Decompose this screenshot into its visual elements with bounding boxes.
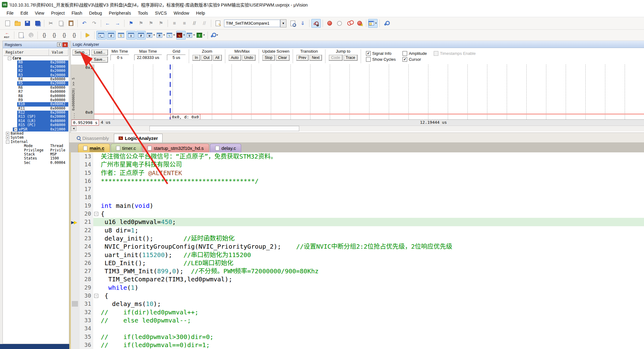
breakpoint-margin[interactable]: [71, 152, 80, 160]
menu-project[interactable]: Project: [48, 10, 68, 17]
function-search-value[interactable]: TIM_SetTIM3Compare1: [224, 20, 280, 27]
breakpoint-margin[interactable]: [71, 177, 80, 185]
unindent-icon[interactable]: ≡: [170, 19, 179, 28]
menu-flash[interactable]: Flash: [68, 10, 85, 17]
breakpoint-margin[interactable]: [71, 300, 80, 308]
breakpoint-margin[interactable]: [71, 242, 80, 251]
navigate-forward-icon[interactable]: →: [113, 19, 122, 28]
register-row[interactable]: -Internal: [3, 140, 68, 144]
find-in-files-icon[interactable]: [288, 19, 297, 28]
system-viewer-icon[interactable]: ▼: [186, 31, 196, 40]
clear-bookmarks-icon[interactable]: ⚑: [156, 19, 166, 28]
transition-next-button[interactable]: Next: [309, 55, 322, 61]
checkbox-icon[interactable]: [366, 57, 371, 62]
breakpoint-margin[interactable]: [71, 284, 80, 292]
breakpoint-margin[interactable]: [71, 324, 80, 332]
code-editor[interactable]: 13关注微信公众平台微信号：“正点原子”，免费获取STM32资料。14广州市星翼…: [69, 152, 644, 349]
analysis-windows-icon[interactable]: ▼: [176, 31, 186, 40]
breakpoint-margin[interactable]: [71, 234, 80, 242]
cut-icon[interactable]: ✂: [46, 19, 56, 28]
chevron-down-icon[interactable]: ▼: [173, 34, 175, 36]
open-file-icon[interactable]: [13, 19, 22, 28]
checkbox-icon[interactable]: ✓: [366, 51, 371, 56]
reset-cpu-icon[interactable]: [3, 31, 12, 40]
register-row[interactable]: R20x20000: [3, 69, 68, 73]
disable-all-breakpoints-icon[interactable]: [345, 19, 354, 28]
horizontal-scrollbar[interactable]: ◄: [71, 126, 644, 131]
zoom-in-button[interactable]: In: [192, 55, 200, 61]
register-row[interactable]: R100x08002: [3, 102, 68, 106]
code-text[interactable]: delay_init(); //延时函数初始化: [99, 234, 644, 242]
step-icon[interactable]: {}: [40, 31, 49, 40]
chevron-down-icon[interactable]: ▼: [163, 34, 165, 36]
breakpoint-margin[interactable]: [71, 341, 80, 349]
code-text[interactable]: LED_Init(); //LED端口初始化: [99, 259, 644, 267]
copy-icon[interactable]: [56, 19, 66, 28]
edit-symbols-icon[interactable]: [213, 19, 222, 28]
chevron-down-icon[interactable]: ▼: [183, 34, 185, 36]
uncomment-icon[interactable]: //: [200, 19, 209, 28]
code-text[interactable]: TIM3_PWM_Init(899,0); //不分频。PWM频率=720000…: [99, 267, 644, 275]
code-text[interactable]: {: [99, 210, 644, 218]
checkbox-signal-info[interactable]: ✓Signal Info: [366, 51, 396, 56]
code-text[interactable]: // if(dir)led0pwmval++;: [99, 308, 644, 316]
expand-icon[interactable]: +: [14, 128, 17, 131]
code-text[interactable]: 广州市星翼电子科技有限公司: [99, 160, 644, 169]
fold-collapse-icon[interactable]: −: [94, 294, 98, 298]
code-text[interactable]: NVIC_PriorityGroupConfig(NVIC_PriorityGr…: [99, 242, 644, 251]
register-row[interactable]: ModeThread: [3, 144, 68, 148]
step-over-icon[interactable]: {}: [50, 31, 59, 40]
register-row[interactable]: R40x00000: [3, 77, 68, 81]
window-layout-icon[interactable]: ▼: [368, 19, 378, 28]
code-text[interactable]: int main(void): [99, 202, 644, 210]
breakpoint-margin[interactable]: [71, 210, 80, 218]
code-text[interactable]: // if(led0pwmval>300)dir=0;: [99, 333, 644, 341]
register-row[interactable]: R00x20000: [3, 60, 68, 65]
lookup-reference-icon[interactable]: ⇓: [298, 19, 307, 28]
prev-bookmark-icon[interactable]: ⚑: [136, 19, 146, 28]
minmax-auto-button[interactable]: Auto: [228, 55, 241, 61]
breakpoint-margin[interactable]: [71, 333, 80, 341]
code-text[interactable]: TIM_SetCompare2(TIM3,led0pwmval);: [99, 275, 644, 283]
menu-svcs[interactable]: SVCS: [151, 10, 170, 17]
paste-icon[interactable]: [66, 19, 76, 28]
breakpoint-margin[interactable]: [71, 169, 80, 177]
checkbox-amplitude[interactable]: Amplitude: [402, 51, 427, 56]
code-text[interactable]: while(1): [99, 284, 644, 292]
menu-view[interactable]: View: [32, 10, 48, 17]
stop-run-icon[interactable]: [26, 31, 36, 40]
checkbox-cursor[interactable]: ✓Cursor: [402, 57, 427, 62]
run-icon[interactable]: [83, 31, 92, 40]
code-text[interactable]: // if(led0pwmval==0)dir=1;: [99, 341, 644, 349]
undo-icon[interactable]: ↶: [80, 19, 89, 28]
file-tab-timer.c[interactable]: timer.c: [111, 144, 141, 152]
breakpoint-margin[interactable]: [71, 308, 80, 316]
register-row[interactable]: R30x20000: [3, 73, 68, 77]
register-row[interactable]: R13 (SP)0x20000: [3, 115, 68, 119]
scroll-left-icon[interactable]: ◄: [71, 126, 76, 131]
register-row[interactable]: R10x20000: [3, 65, 68, 69]
breakpoint-margin[interactable]: [71, 251, 80, 259]
register-row[interactable]: R120x20000: [3, 111, 68, 115]
register-row[interactable]: +System: [3, 136, 68, 140]
menu-file[interactable]: File: [3, 10, 17, 17]
jump-trace-button[interactable]: Trace: [343, 55, 358, 61]
load-button[interactable]: Load...: [91, 49, 108, 55]
breakpoint-margin[interactable]: ▶▶: [71, 218, 80, 226]
code-text[interactable]: ****************************************…: [99, 177, 644, 185]
code-text[interactable]: 关注微信公众平台微信号：“正点原子”，免费获取STM32资料。: [99, 152, 644, 160]
scrollbar-thumb[interactable]: [149, 126, 299, 131]
navigate-back-icon[interactable]: ←: [103, 19, 112, 28]
code-text[interactable]: [99, 193, 644, 201]
code-text[interactable]: {: [99, 292, 644, 300]
debug-settings-icon[interactable]: ▼: [210, 31, 219, 40]
register-row[interactable]: R60x00000: [3, 86, 68, 90]
breakpoint-margin[interactable]: [71, 316, 80, 324]
save-all-icon[interactable]: [33, 19, 42, 28]
toolbox-icon[interactable]: ▼: [196, 31, 206, 40]
breakpoint-margin[interactable]: [71, 292, 80, 300]
code-text[interactable]: 作者：正点原子 @ALIENTEK: [99, 169, 644, 177]
code-text[interactable]: delay_ms(10);: [99, 300, 644, 308]
close-icon[interactable]: x: [62, 42, 68, 47]
redo-icon[interactable]: ↷: [90, 19, 99, 28]
